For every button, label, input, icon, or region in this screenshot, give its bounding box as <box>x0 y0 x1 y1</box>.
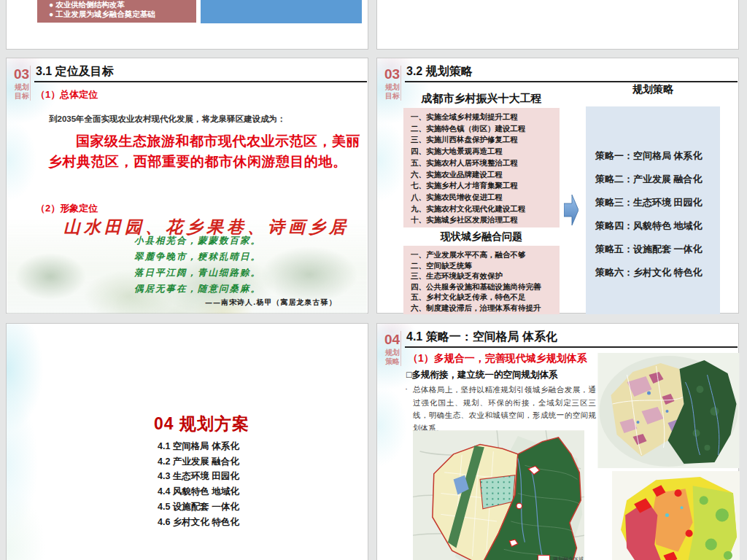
section-heading: （1）多规合一，完善现代城乡规划体系 <box>408 352 587 365</box>
section-toc: 4.1 空间格局 体系化 4.2 产业发展 融合化 4.3 生态环境 田园化 4… <box>158 439 239 529</box>
chapter-label: 规划 目标 <box>385 83 400 101</box>
projects-header: 成都市乡村振兴十大工程 <box>403 92 560 106</box>
problem-item: 六、制度建设滞后，治理体系有待提升 <box>411 303 560 314</box>
project-item: 七、实施乡村人才培育集聚工程 <box>411 180 560 192</box>
strategy-item: 策略二：产业发展 融合化 <box>595 168 720 191</box>
poem: 小县相芜合，蒙蒙数百家。 翠麓争晚市，粳秫乱晴日。 落日平江阔，青山细路赊。 偶… <box>134 233 261 297</box>
toc-item: 4.3 生态环境 田园化 <box>158 469 239 484</box>
definition-line: 国家级生态旅游和都市现代农业示范区，美丽 <box>76 132 360 151</box>
sidebar-divider <box>400 331 401 366</box>
blue-panel <box>201 0 362 23</box>
chapter-label-line: 策略 <box>385 357 400 366</box>
policy-bullet: ● 工业发展为城乡融合奠定基础 <box>49 9 196 19</box>
project-item: 二、实施特色镇（街区）建设工程 <box>411 123 560 135</box>
map-legend: 规划融合区域 <box>538 555 584 560</box>
chapter-label-line: 目标 <box>385 92 400 101</box>
chapter-label-line: 规划 <box>385 83 400 92</box>
project-item: 六、实施农业品牌建设工程 <box>411 169 560 181</box>
project-item: 十、实施城乡社区发展治理工程 <box>411 214 560 226</box>
sidebar-divider <box>400 66 401 101</box>
project-item: 八、实施农民增收促进工程 <box>411 192 560 203</box>
map-landuse-planning <box>612 471 740 560</box>
sub-heading: □多规衔接，建立统一的空间规划体系 <box>406 369 558 381</box>
chapter-label-line: 规划 <box>385 349 400 357</box>
slide-title: 3.1 定位及目标 <box>36 64 114 78</box>
section-heading: （1）总体定位 <box>36 88 98 101</box>
slide-title: 4.1 策略一：空间格局 体系化 <box>406 330 557 343</box>
toc-item: 4.1 空间格局 体系化 <box>158 439 239 454</box>
policy-bullet: ● 农业供给侧结构改革 <box>49 0 196 9</box>
sidebar-divider <box>30 66 31 101</box>
intro-text: 到2035年全面实现农业农村现代化发展，将龙泉驿区建设成为： <box>49 114 286 125</box>
map-spatial-planning <box>413 427 584 560</box>
slide-prev-left[interactable]: ● 农业供给侧结构改革 ● 工业发展为城乡融合奠定基础 <box>6 0 368 50</box>
slide-3-2[interactable]: 03 规划 目标 3.2 规划策略 成都市乡村振兴十大工程 一、实施全域乡村规划… <box>376 58 739 314</box>
problem-item: 四、公共服务设施和基础设施尚待完善 <box>411 281 560 292</box>
slides-preview-grid: ● 农业供给侧结构改革 ● 工业发展为城乡融合奠定基础 03 规划 目标 3.1… <box>0 0 747 560</box>
strategy-item: 策略三：生态环境 田园化 <box>595 191 720 214</box>
agriculture-policy-box: ● 农业供给侧结构改革 ● 工业发展为城乡融合奠定基础 <box>37 0 196 23</box>
chapter-number: 03 <box>384 67 400 81</box>
title-rule <box>34 81 367 82</box>
project-item: 九、实施农村文化现代化建设工程 <box>411 203 560 215</box>
problem-item: 三、生态环境缺乏有效保护 <box>411 271 560 281</box>
poem-line: 落日平江阔，青山细路赊。 <box>134 265 261 281</box>
strategy-item: 策略一：空间格局 体系化 <box>595 144 720 168</box>
toc-item: 4.6 乡村文化 特色化 <box>158 515 239 530</box>
project-item: 四、实施大地景观再造工程 <box>411 146 560 158</box>
map-landuse-current <box>597 353 740 468</box>
poem-line: 偶居无事在，随意问桑麻。 <box>134 281 261 297</box>
section-title: 04 规划方案 <box>154 413 249 435</box>
slide-04-divider[interactable]: 04 规划方案 4.1 空间格局 体系化 4.2 产业发展 融合化 4.3 生态… <box>6 323 368 560</box>
poem-attribution: ——南宋诗人.杨甲（寓居龙泉古驿） <box>205 298 336 308</box>
section-heading: （2）形象定位 <box>36 202 98 215</box>
toc-item: 4.2 产业发展 融合化 <box>158 454 239 470</box>
chapter-label: 规划 策略 <box>385 349 400 366</box>
slide-3-1[interactable]: 03 规划 目标 3.1 定位及目标 （1）总体定位 到2035年全面实现农业农… <box>6 58 368 314</box>
project-item: 五、实施农村人居环境整治工程 <box>411 158 560 169</box>
problem-item: 二、空间缺乏统筹 <box>411 260 560 271</box>
chapter-label-line: 目标 <box>15 92 29 101</box>
slide-title: 3.2 规划策略 <box>406 64 473 78</box>
legend-swatch-icon <box>538 555 550 560</box>
chapter-label-line: 规划 <box>15 83 29 92</box>
chapter-number: 04 <box>384 332 400 346</box>
project-item: 三、实施川西林盘保护修复工程 <box>411 134 560 146</box>
slide-4-1[interactable]: 04 规划 策略 4.1 策略一：空间格局 体系化 （1）多规合一，完善现代城乡… <box>376 323 739 560</box>
strategies-list: 策略一：空间格局 体系化 策略二：产业发展 融合化 策略三：生态环境 田园化 策… <box>586 106 720 314</box>
poem-line: 翠麓争晚市，粳秫乱晴日。 <box>134 249 261 265</box>
strategies-header: 规划策略 <box>586 83 720 96</box>
chapter-label: 规划 目标 <box>15 83 29 101</box>
strategy-item: 策略五：设施配套 一体化 <box>595 238 720 261</box>
title-rule <box>405 81 738 82</box>
strategy-item: 策略四：风貌特色 地域化 <box>595 214 720 238</box>
right-arrow-icon <box>564 193 578 227</box>
problems-header: 现状城乡融合问题 <box>403 230 560 244</box>
title-rule <box>405 346 738 348</box>
bullet-marker: · <box>405 384 413 435</box>
strategy-item: 策略六：乡村文化 特色化 <box>595 261 720 284</box>
toc-item: 4.5 设施配套 一体化 <box>158 499 239 515</box>
slide-prev-right[interactable] <box>376 0 739 50</box>
definition-line: 乡村典范区，西部重要的都市休闲游憩目的地。 <box>48 152 347 171</box>
problems-list: 一、产业发展水平不高，融合不够 二、空间缺乏统筹 三、生态环境缺乏有效保护 四、… <box>403 246 560 314</box>
toc-item: 4.4 风貌特色 地域化 <box>158 484 239 499</box>
project-item: 一、实施全域乡村规划提升工程 <box>411 112 560 123</box>
problem-item: 一、产业发展水平不高，融合不够 <box>411 249 560 260</box>
chapter-number: 03 <box>14 67 29 81</box>
legend-label: 规划融合区域 <box>553 556 584 560</box>
poem-line: 小县相芜合，蒙蒙数百家。 <box>134 233 261 249</box>
watercolor-decoration <box>7 324 87 560</box>
projects-list: 一、实施全域乡村规划提升工程 二、实施特色镇（街区）建设工程 三、实施川西林盘保… <box>403 108 560 228</box>
problem-item: 五、乡村文化缺乏传承，特色不足 <box>411 292 560 303</box>
